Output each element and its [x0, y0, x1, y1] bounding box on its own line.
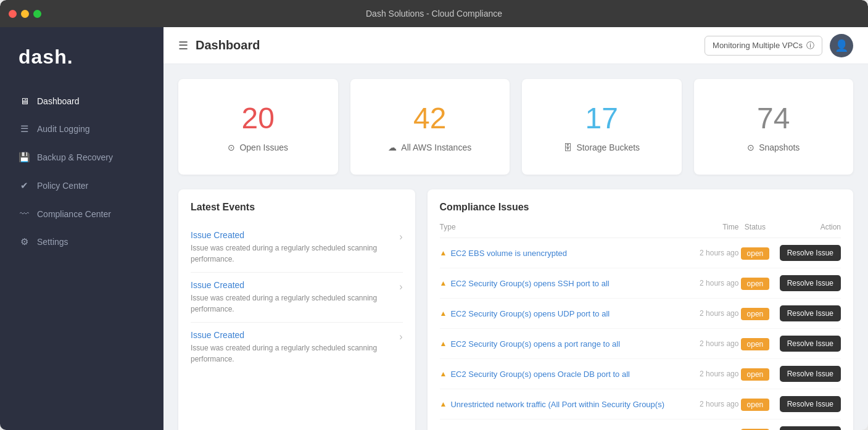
event-content: Issue Created Issue was created during a… [191, 230, 393, 265]
resolve-issue-button[interactable]: Resolve Issue [780, 305, 841, 321]
event-title[interactable]: Issue Created [191, 230, 393, 240]
policy-icon: ✔ [19, 180, 30, 191]
issue-link[interactable]: ▲ EC2 EBS volume is unencrypted [440, 249, 695, 258]
event-content: Issue Created Issue was created during a… [191, 280, 393, 315]
window-title: Dash Solutions - Cloud Compliance [366, 9, 502, 19]
sidebar-item-policy-center[interactable]: ✔ Policy Center [0, 172, 163, 200]
vpc-label: Monitoring Multiple VPCs [713, 41, 803, 50]
open-issues-number: 20 [242, 101, 275, 135]
table-row: ▲ EC2 Security Group(s) opens UDP port t… [440, 299, 841, 329]
issue-link[interactable]: ▲ EC2 Security Group(s) opens SSH port t… [440, 279, 695, 288]
stat-card-open-issues[interactable]: 20 ⊙ Open Issues [178, 79, 338, 175]
issue-type: ▲ EC2 Security Group(s) opens Oracle DB … [440, 359, 695, 389]
col-time: Time [695, 223, 739, 238]
header-left: ☰ Dashboard [178, 38, 260, 52]
bottom-row: Latest Events Issue Created Issue was cr… [178, 189, 853, 430]
issue-type: ▲ EC2 EBS volume is unencrypted [440, 238, 695, 268]
sidebar-item-settings[interactable]: ⚙ Settings [0, 228, 163, 256]
warning-icon: ▲ [440, 370, 447, 378]
issue-type: ▲ EC2 Security Group(s) opens a port ran… [440, 329, 695, 359]
issue-link[interactable]: ▲ EC2 Security Group(s) opens a port ran… [440, 339, 695, 349]
chevron-right-icon[interactable]: › [393, 280, 402, 292]
chevron-right-icon[interactable]: › [393, 330, 402, 342]
sidebar-item-compliance-center[interactable]: 〰 Compliance Center [0, 200, 163, 228]
event-item: Issue Created Issue was created during a… [191, 223, 403, 273]
user-avatar[interactable]: 👤 [830, 34, 853, 57]
events-title: Latest Events [191, 202, 403, 213]
issue-action: Resolve Issue [771, 238, 841, 268]
stat-card-aws-instances[interactable]: 42 ☁ All AWS Instances [350, 79, 510, 175]
resolve-issue-button[interactable]: Resolve Issue [780, 426, 841, 430]
settings-icon: ⚙ [19, 236, 30, 247]
storage-icon: 🗄 [563, 143, 572, 152]
issue-action: Resolve Issue [771, 299, 841, 329]
sidebar-item-label: Dashboard [37, 96, 80, 106]
storage-buckets-label: 🗄 Storage Buckets [563, 143, 640, 152]
table-row: ▲ EC2 default Security Group(s) are in u… [440, 420, 841, 431]
issue-time: 2 hours ago [695, 329, 739, 359]
status-badge: open [741, 338, 770, 350]
issue-type: ▲ Unrestricted network traffic (All Port… [440, 389, 695, 420]
status-badge: open [741, 247, 770, 260]
stat-card-snapshots[interactable]: 74 ⊙ Snapshots [694, 79, 854, 175]
issue-action: Resolve Issue [771, 420, 841, 431]
sidebar-item-label: Backup & Recovery [37, 152, 113, 162]
event-content: Issue Created Issue was created during a… [191, 330, 393, 365]
sidebar-item-audit-logging[interactable]: ☰ Audit Logging [0, 115, 163, 143]
warning-icon: ▲ [440, 339, 447, 348]
event-item: Issue Created Issue was created during a… [191, 273, 403, 323]
issue-action: Resolve Issue [771, 329, 841, 359]
stats-row: 20 ⊙ Open Issues 42 ☁ All AWS Instances [178, 79, 853, 175]
issue-time: 2 hours ago [695, 389, 739, 420]
issue-link[interactable]: ▲ EC2 Security Group(s) opens Oracle DB … [440, 370, 695, 379]
sidebar-item-backup-recovery[interactable]: 💾 Backup & Recovery [0, 143, 163, 172]
issue-action: Resolve Issue [771, 359, 841, 389]
col-type: Type [440, 223, 695, 238]
table-row: ▲ EC2 Security Group(s) opens Oracle DB … [440, 359, 841, 389]
maximize-button[interactable] [33, 10, 41, 18]
issue-type: ▲ EC2 Security Group(s) opens UDP port t… [440, 299, 695, 329]
stat-card-storage-buckets[interactable]: 17 🗄 Storage Buckets [522, 79, 682, 175]
resolve-issue-button[interactable]: Resolve Issue [780, 396, 841, 412]
event-desc: Issue was created during a regularly sch… [191, 242, 393, 265]
resolve-issue-button[interactable]: Resolve Issue [780, 336, 841, 352]
audit-icon: ☰ [19, 123, 30, 134]
sidebar-item-label: Audit Logging [37, 124, 90, 134]
main-content: ☰ Dashboard Monitoring Multiple VPCs ⓘ 👤… [163, 27, 868, 430]
status-badge: open [741, 399, 770, 411]
event-desc: Issue was created during a regularly sch… [191, 342, 393, 365]
chevron-right-icon[interactable]: › [393, 230, 402, 242]
event-title[interactable]: Issue Created [191, 330, 393, 340]
minimize-button[interactable] [21, 10, 29, 18]
event-title[interactable]: Issue Created [191, 280, 393, 290]
issue-link[interactable]: ▲ Unrestricted network traffic (All Port… [440, 400, 695, 409]
sidebar-logo: dash. [0, 39, 163, 87]
resolve-issue-button[interactable]: Resolve Issue [780, 245, 841, 261]
snapshots-icon: ⊙ [747, 143, 754, 152]
status-badge: open [741, 278, 770, 290]
resolve-issue-button[interactable]: Resolve Issue [780, 366, 841, 382]
sidebar-item-dashboard[interactable]: 🖥 Dashboard [0, 87, 163, 115]
issue-status: open [738, 420, 771, 431]
resolve-issue-button[interactable]: Resolve Issue [780, 275, 841, 291]
issue-link[interactable]: ▲ EC2 Security Group(s) opens UDP port t… [440, 309, 695, 318]
issue-status: open [738, 268, 771, 299]
dashboard-content: 20 ⊙ Open Issues 42 ☁ All AWS Instances [163, 64, 868, 430]
close-button[interactable] [9, 10, 17, 18]
page-title: Dashboard [196, 38, 260, 52]
issues-card: Compliance Issues Type Time Status Actio… [428, 189, 853, 430]
snapshots-label: ⊙ Snapshots [747, 143, 800, 152]
issue-status: open [738, 329, 771, 359]
avatar-icon: 👤 [835, 39, 848, 52]
main-header: ☰ Dashboard Monitoring Multiple VPCs ⓘ 👤 [163, 27, 868, 64]
header-right: Monitoring Multiple VPCs ⓘ 👤 [705, 34, 853, 57]
issue-time: 2 hours ago [695, 420, 739, 431]
issue-status: open [738, 238, 771, 268]
menu-icon[interactable]: ☰ [178, 39, 188, 52]
issue-status: open [738, 299, 771, 329]
vpc-selector[interactable]: Monitoring Multiple VPCs ⓘ [705, 36, 822, 56]
storage-buckets-number: 17 [585, 101, 618, 135]
title-bar: Dash Solutions - Cloud Compliance [0, 0, 868, 27]
issues-tbody: ▲ EC2 EBS volume is unencrypted 2 hours … [440, 238, 841, 431]
sidebar-nav: 🖥 Dashboard ☰ Audit Logging 💾 Backup & R… [0, 87, 163, 256]
